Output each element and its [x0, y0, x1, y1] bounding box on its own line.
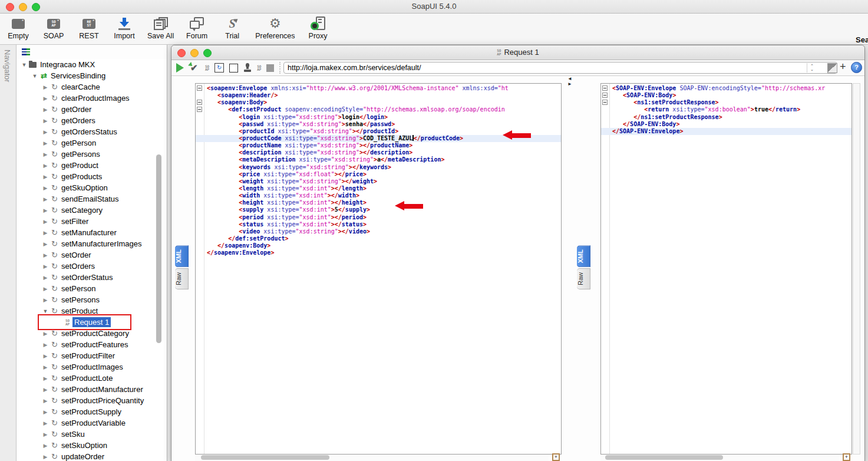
- expander-expanded-icon[interactable]: ▼: [41, 308, 49, 314]
- collapse-left-icon[interactable]: ◄: [567, 77, 572, 81]
- tree-item-setsku[interactable]: ▶↻setSku: [16, 429, 167, 440]
- expander-collapsed-icon[interactable]: ▶: [41, 185, 49, 191]
- tree-item-setfilter[interactable]: ▶↻setFilter: [16, 216, 167, 227]
- tree-item-setmanufacturer[interactable]: ▶↻setManufacturer: [16, 227, 167, 238]
- tree-item-label[interactable]: setProductSupply: [60, 407, 123, 417]
- tree-item-label[interactable]: setPerson: [60, 284, 98, 294]
- validate-icon[interactable]: ✔: [189, 63, 200, 73]
- tree-item-setproductpricequantity[interactable]: ▶↻setProductPriceQuantity: [16, 395, 167, 406]
- tree-item-label[interactable]: setManufacturer: [60, 228, 118, 238]
- expander-collapsed-icon[interactable]: ▶: [41, 387, 49, 393]
- fold-collapse-icon[interactable]: [602, 93, 608, 98]
- tree-item-getproducts[interactable]: ▶↻getProducts: [16, 171, 167, 182]
- new-rest-project-button[interactable]: *REST REST: [77, 16, 101, 40]
- recreate-request-icon[interactable]: ↻: [214, 63, 224, 73]
- tree-item-setpersons[interactable]: ▶↻setPersons: [16, 294, 167, 305]
- tree-item-label[interactable]: setOrderStatus: [60, 272, 114, 282]
- tree-item-setcategory[interactable]: ▶↻setCategory: [16, 205, 167, 216]
- tree-item-setproductlote[interactable]: ▶↻setProductLote: [16, 373, 167, 384]
- trial-button[interactable]: S Trial: [220, 16, 245, 40]
- expander-collapsed-icon[interactable]: ▶: [41, 409, 49, 415]
- fold-collapse-icon[interactable]: [197, 107, 202, 112]
- tree-item-label[interactable]: clearCache: [60, 82, 102, 92]
- request-window-titlebar[interactable]: SOAP Request 1: [171, 45, 864, 60]
- tree-item-setorder[interactable]: ▶↻setOrder: [16, 249, 167, 261]
- tree-item-label[interactable]: setProductImages: [60, 362, 125, 372]
- tree-item-label[interactable]: setPersons: [60, 295, 101, 305]
- tree-item-label[interactable]: ServicesBinding: [49, 71, 107, 81]
- soap-action-icon[interactable]: SOAP: [257, 65, 261, 71]
- tree-item-label[interactable]: getOrders: [60, 116, 97, 126]
- expander-expanded-icon[interactable]: ▼: [20, 62, 28, 68]
- expander-collapsed-icon[interactable]: ▶: [41, 398, 49, 404]
- filled-square-icon[interactable]: [266, 64, 274, 72]
- scrollbar-thumb[interactable]: [201, 455, 329, 460]
- tree-item-setmanufacturerimages[interactable]: ▶↻setManufacturerImages: [16, 238, 167, 249]
- fold-collapse-icon[interactable]: [197, 85, 202, 91]
- tree-item-label[interactable]: updateOrder: [60, 452, 106, 461]
- tab-response-raw[interactable]: Raw: [577, 268, 590, 289]
- navigator-options-icon[interactable]: [22, 48, 30, 55]
- tree-item-sendemailstatus[interactable]: ▶↻sendEmailStatus: [16, 193, 167, 205]
- tree-item-clearcache[interactable]: ▶↻clearCache: [16, 81, 167, 93]
- empty-project-button[interactable]: * Empty: [6, 16, 31, 40]
- tree-item-label[interactable]: getProducts: [60, 172, 104, 182]
- response-vscrollbar[interactable]: [853, 83, 860, 455]
- pane-collapse-control[interactable]: ◄►: [567, 77, 572, 87]
- tree-item-label[interactable]: Integracao MKX: [38, 60, 97, 70]
- expander-collapsed-icon[interactable]: ▶: [41, 174, 49, 180]
- save-all-button[interactable]: Save All: [147, 16, 174, 40]
- add-to-testcase-icon[interactable]: SOAP: [205, 65, 209, 71]
- expander-collapsed-icon[interactable]: ▶: [41, 208, 49, 213]
- expander-collapsed-icon[interactable]: ▶: [41, 353, 49, 359]
- tree-item-getpersons[interactable]: ▶↻getPersons: [16, 149, 167, 160]
- tree-item-label[interactable]: getPerson: [60, 138, 98, 148]
- tree-item-servicesbinding[interactable]: ▼⇄ServicesBinding: [16, 70, 167, 81]
- request-hscrollbar[interactable]: [195, 455, 549, 461]
- expander-collapsed-icon[interactable]: ▶: [41, 364, 49, 370]
- new-soap-project-button[interactable]: *SOAP SOAP: [41, 16, 66, 40]
- tree-item-getperson[interactable]: ▶↻getPerson: [16, 137, 167, 149]
- preferences-button[interactable]: ⚙ Preferences: [255, 16, 295, 40]
- expander-collapsed-icon[interactable]: ▶: [41, 331, 49, 337]
- editor-corner-button[interactable]: +: [552, 453, 560, 461]
- fold-collapse-icon[interactable]: [602, 85, 608, 91]
- response-hscrollbar[interactable]: [600, 455, 839, 461]
- tree-item-setorders[interactable]: ▶↻setOrders: [16, 261, 167, 272]
- tree-item-setskuoption[interactable]: ▶↻setSkuOption: [16, 440, 167, 451]
- tree-item-getskuoption[interactable]: ▶↻getSkuOption: [16, 182, 167, 193]
- expander-collapsed-icon[interactable]: ▶: [41, 286, 49, 292]
- add-endpoint-button[interactable]: +: [840, 61, 846, 73]
- tree-item-getorders[interactable]: ▶↻getOrders: [16, 115, 167, 126]
- tree-item-label[interactable]: getOrdersStatus: [60, 127, 119, 137]
- expander-collapsed-icon[interactable]: ▶: [41, 297, 49, 303]
- expander-collapsed-icon[interactable]: ▶: [41, 107, 49, 113]
- tree-item-label[interactable]: sendEmailStatus: [60, 194, 121, 204]
- tree-item-label[interactable]: setProductPriceQuantity: [60, 396, 146, 406]
- stamp-icon[interactable]: [243, 63, 252, 73]
- tree-item-label[interactable]: getProduct: [60, 160, 100, 170]
- expander-collapsed-icon[interactable]: ▶: [41, 420, 49, 426]
- proxy-button[interactable]: Proxy: [306, 16, 331, 40]
- tree-item-integracao-mkx[interactable]: ▼Integracao MKX: [16, 59, 167, 70]
- tree-item-label[interactable]: setSkuOption: [60, 440, 109, 450]
- expander-collapsed-icon[interactable]: ▶: [41, 275, 49, 281]
- expander-collapsed-icon[interactable]: ▶: [41, 264, 49, 269]
- split-view-icon[interactable]: [827, 63, 837, 73]
- expander-collapsed-icon[interactable]: ▶: [41, 432, 49, 437]
- tree-item-setperson[interactable]: ▶↻setPerson: [16, 283, 167, 294]
- expander-collapsed-icon[interactable]: ▶: [41, 443, 49, 449]
- expander-collapsed-icon[interactable]: ▶: [41, 96, 49, 101]
- endpoint-dropdown-stepper[interactable]: ⌃⌄: [807, 63, 817, 73]
- editor-corner-button[interactable]: +: [843, 453, 850, 461]
- expander-collapsed-icon[interactable]: ▶: [41, 152, 49, 157]
- scrollbar-thumb[interactable]: [605, 455, 723, 460]
- tree-item-label[interactable]: setProductManufacturer: [60, 384, 145, 394]
- navigator-panel-label[interactable]: Navigator: [3, 50, 12, 83]
- help-button[interactable]: ?: [851, 62, 862, 73]
- tab-request-raw[interactable]: Raw: [175, 268, 189, 289]
- expander-collapsed-icon[interactable]: ▶: [41, 454, 49, 460]
- tree-item-setproductmanufacturer[interactable]: ▶↻setProductManufacturer: [16, 384, 167, 395]
- tree-item-getproduct[interactable]: ▶↻getProduct: [16, 160, 167, 171]
- tree-item-label[interactable]: getOrder: [60, 104, 93, 114]
